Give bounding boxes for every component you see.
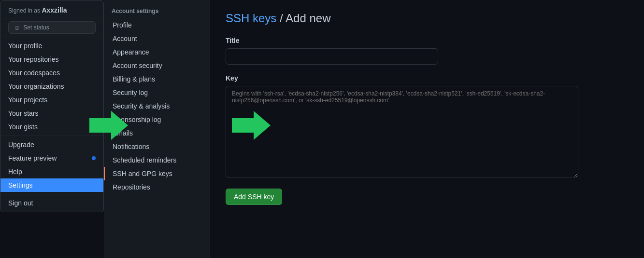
breadcrumb-separator: / bbox=[276, 12, 286, 25]
dropdown-your-stars[interactable]: Your stars bbox=[0, 107, 103, 120]
dropdown-header: Signed in as Axxzilla bbox=[0, 2, 103, 18]
divider-3 bbox=[0, 194, 103, 194]
main-content: SSH keys / Add new Title Key Add SSH key bbox=[210, 0, 644, 258]
sidebar-item-account-security[interactable]: Account security bbox=[104, 59, 210, 72]
sidebar-item-repositories[interactable]: Repositories bbox=[104, 180, 210, 194]
set-status-label: Set status bbox=[23, 24, 49, 31]
dropdown-sign-out[interactable]: Sign out bbox=[0, 196, 103, 210]
dropdown-upgrade[interactable]: Upgrade bbox=[0, 138, 103, 151]
divider-2 bbox=[0, 136, 103, 136]
page-title: SSH keys / Add new bbox=[226, 12, 629, 25]
key-form-group: Key bbox=[226, 74, 629, 179]
sidebar-item-emails[interactable]: Emails bbox=[104, 126, 210, 140]
feature-preview-badge bbox=[92, 156, 96, 160]
signed-in-label: Signed in as bbox=[8, 7, 40, 14]
sidebar-section-title: Account settings bbox=[104, 0, 210, 18]
sidebar-item-sponsorship-log[interactable]: Sponsorship log bbox=[104, 113, 210, 126]
sidebar-item-scheduled-reminders[interactable]: Scheduled reminders bbox=[104, 153, 210, 167]
emoji-icon: ☺ bbox=[14, 24, 20, 31]
dropdown-your-projects[interactable]: Your projects bbox=[0, 93, 103, 107]
sidebar-item-billing[interactable]: Billing & plans bbox=[104, 72, 210, 86]
sidebar-item-account[interactable]: Account bbox=[104, 32, 210, 45]
key-label: Key bbox=[226, 74, 629, 82]
key-textarea[interactable] bbox=[226, 86, 578, 177]
sidebar-item-ssh-gpg[interactable]: SSH and GPG keys bbox=[104, 167, 210, 180]
dropdown-help[interactable]: Help bbox=[0, 165, 103, 178]
title-label: Title bbox=[226, 37, 629, 44]
breadcrumb-current: Add new bbox=[286, 12, 330, 25]
feature-preview-label: Feature preview bbox=[8, 154, 57, 162]
divider-1 bbox=[0, 37, 103, 37]
sidebar-item-profile[interactable]: Profile bbox=[104, 18, 210, 32]
settings-sidebar: Account settings Profile Account Appeara… bbox=[104, 0, 210, 258]
dropdown-your-organizations[interactable]: Your organizations bbox=[0, 80, 103, 93]
dropdown-your-profile[interactable]: Your profile bbox=[0, 39, 103, 53]
user-dropdown: Signed in as Axxzilla ☺ Set status Your … bbox=[0, 0, 104, 212]
dropdown-feature-preview[interactable]: Feature preview bbox=[0, 151, 103, 165]
title-input[interactable] bbox=[226, 48, 438, 65]
title-form-group: Title bbox=[226, 37, 629, 65]
breadcrumb-link[interactable]: SSH keys bbox=[226, 12, 276, 25]
set-status-button[interactable]: ☺ Set status bbox=[8, 21, 96, 34]
sidebar-item-security-log[interactable]: Security log bbox=[104, 86, 210, 99]
sidebar-item-security-analysis[interactable]: Security & analysis bbox=[104, 99, 210, 113]
sidebar-item-notifications[interactable]: Notifications bbox=[104, 140, 210, 153]
dropdown-your-gists[interactable]: Your gists bbox=[0, 120, 103, 134]
dropdown-your-codespaces[interactable]: Your codespaces bbox=[0, 66, 103, 80]
dropdown-your-repositories[interactable]: Your repositories bbox=[0, 53, 103, 66]
sidebar-item-appearance[interactable]: Appearance bbox=[104, 45, 210, 59]
add-ssh-key-button[interactable]: Add SSH key bbox=[226, 189, 282, 205]
dropdown-settings[interactable]: Settings bbox=[0, 178, 103, 192]
username-display: Axxzilla bbox=[42, 6, 67, 14]
